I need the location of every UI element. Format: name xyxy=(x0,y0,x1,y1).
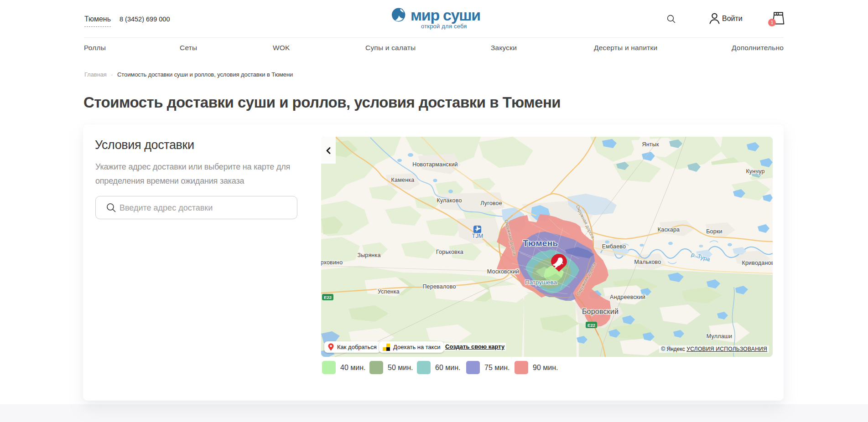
svg-text:Московский: Московский xyxy=(487,268,520,275)
svg-text:Криводанов: Криводанов xyxy=(742,260,773,266)
svg-text:Луговое: Луговое xyxy=(480,200,502,206)
svg-text:Мальково: Мальково xyxy=(634,259,661,265)
svg-text:TJM: TJM xyxy=(472,233,483,239)
svg-text:рховино: рховино xyxy=(321,259,343,266)
svg-text:E22: E22 xyxy=(587,323,595,328)
svg-text:Кулаково: Кулаково xyxy=(437,197,462,204)
svg-text:Муллаши: Муллаши xyxy=(707,333,732,340)
svg-text:Тюмень: Тюмень xyxy=(523,238,558,248)
svg-text:Боровский: Боровский xyxy=(582,308,619,315)
svg-text:Андреевский: Андреевский xyxy=(610,294,645,300)
svg-text:Перевалово: Перевалово xyxy=(422,283,456,290)
svg-text:Борки: Борки xyxy=(706,228,722,235)
svg-text:Зырянка: Зырянка xyxy=(357,252,380,258)
svg-text:E22: E22 xyxy=(324,295,332,300)
svg-text:Кунчур: Кунчур xyxy=(746,168,764,175)
svg-text:Каскара: Каскара xyxy=(658,226,680,233)
svg-text:Новотарманский: Новотарманский xyxy=(412,161,458,168)
svg-text:Горьковка: Горьковка xyxy=(436,249,463,255)
svg-text:Ембаево: Ембаево xyxy=(602,243,626,250)
svg-text:Каменка: Каменка xyxy=(391,177,415,183)
svg-text:Янтык: Янтык xyxy=(642,141,659,148)
svg-text:Патрушева: Патрушева xyxy=(525,279,557,286)
svg-text:Успенка: Успенка xyxy=(378,288,400,295)
